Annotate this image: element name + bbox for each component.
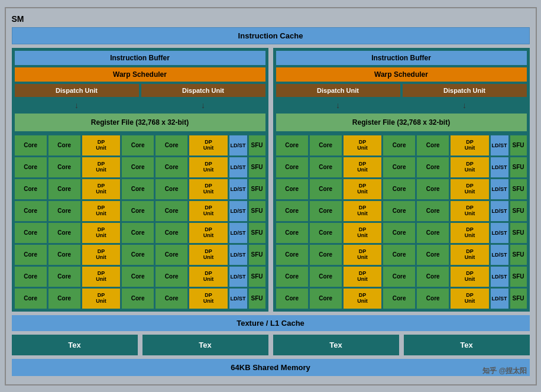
core-cell: Core bbox=[48, 201, 80, 221]
core-cell: Core bbox=[417, 157, 449, 177]
core-cell: Core bbox=[156, 201, 187, 221]
right-half: Instruction Buffer Warp Scheduler Dispat… bbox=[273, 48, 530, 312]
core-cell: Core bbox=[276, 289, 308, 309]
core-cell: Core bbox=[15, 223, 47, 243]
core-cell: Core bbox=[15, 157, 47, 177]
tex-cell-1: Tex bbox=[12, 335, 138, 355]
core-cell: Core bbox=[48, 245, 80, 265]
left-cores-grid: CoreCoreDPUnitCoreCoreDPUnitLD/STSFUCore… bbox=[15, 135, 265, 309]
sfu-cell: SFU bbox=[510, 135, 527, 155]
left-instruction-buffer: Instruction Buffer bbox=[15, 51, 265, 65]
core-cell: Core bbox=[156, 157, 187, 177]
ldst-cell: LD/ST bbox=[491, 267, 508, 287]
cores-row: CoreCoreDPUnitCoreCoreDPUnitLD/STSFU bbox=[15, 157, 265, 177]
sfu-cell: SFU bbox=[249, 245, 265, 265]
ldst-cell: LD/ST bbox=[229, 245, 247, 265]
sfu-cell: SFU bbox=[510, 201, 527, 221]
core-cell: Core bbox=[383, 179, 415, 199]
core-cell: Core bbox=[310, 267, 342, 287]
two-halves: Instruction Buffer Warp Scheduler Dispat… bbox=[12, 48, 530, 312]
core-cell: Core bbox=[383, 267, 415, 287]
dp-cell: DPUnit bbox=[82, 179, 120, 199]
core-cell: Core bbox=[383, 289, 415, 309]
core-cell: Core bbox=[310, 179, 342, 199]
core-cell: Core bbox=[276, 201, 308, 221]
cores-row: CoreCoreDPUnitCoreCoreDPUnitLD/STSFU bbox=[15, 179, 265, 199]
ldst-cell: LD/ST bbox=[491, 135, 508, 155]
left-dispatch-unit-2: Dispatch Unit bbox=[141, 84, 265, 97]
core-cell: Core bbox=[156, 135, 187, 155]
core-cell: Core bbox=[15, 179, 47, 199]
right-arrows: ↓↓ bbox=[276, 99, 527, 111]
dp-cell: DPUnit bbox=[82, 245, 120, 265]
left-half: Instruction Buffer Warp Scheduler Dispat… bbox=[12, 48, 268, 312]
dp-cell: DPUnit bbox=[82, 289, 120, 309]
right-cores-grid: CoreCoreDPUnitCoreCoreDPUnitLD/STSFUCore… bbox=[276, 135, 527, 309]
core-cell: Core bbox=[310, 135, 342, 155]
cores-row: CoreCoreDPUnitCoreCoreDPUnitLD/STSFU bbox=[15, 135, 265, 155]
sfu-cell: SFU bbox=[510, 157, 527, 177]
dp-cell: DPUnit bbox=[82, 135, 120, 155]
core-cell: Core bbox=[122, 201, 154, 221]
core-cell: Core bbox=[48, 135, 80, 155]
core-cell: Core bbox=[383, 245, 415, 265]
cores-row: CoreCoreDPUnitCoreCoreDPUnitLD/STSFU bbox=[15, 289, 265, 309]
core-cell: Core bbox=[15, 135, 47, 155]
ldst-cell: LD/ST bbox=[229, 157, 247, 177]
dp-cell: DPUnit bbox=[344, 135, 381, 155]
ldst-cell: LD/ST bbox=[229, 201, 247, 221]
core-cell: Core bbox=[122, 135, 154, 155]
ldst-cell: LD/ST bbox=[229, 179, 247, 199]
core-cell: Core bbox=[417, 223, 449, 243]
dp-cell: DPUnit bbox=[344, 223, 381, 243]
sm-label: SM bbox=[12, 14, 530, 24]
core-cell: Core bbox=[156, 223, 187, 243]
cores-row: CoreCoreDPUnitCoreCoreDPUnitLD/STSFU bbox=[15, 201, 265, 221]
core-cell: Core bbox=[15, 245, 47, 265]
sfu-cell: SFU bbox=[249, 135, 265, 155]
cores-row: CoreCoreDPUnitCoreCoreDPUnitLD/STSFU bbox=[276, 223, 527, 243]
cores-row: CoreCoreDPUnitCoreCoreDPUnitLD/STSFU bbox=[276, 179, 527, 199]
right-dispatch-row: Dispatch Unit Dispatch Unit bbox=[276, 84, 527, 97]
left-dispatch-unit-1: Dispatch Unit bbox=[15, 84, 139, 97]
sfu-cell: SFU bbox=[249, 289, 265, 309]
core-cell: Core bbox=[276, 245, 308, 265]
dp-cell: DPUnit bbox=[82, 201, 120, 221]
dp-cell: DPUnit bbox=[189, 179, 227, 199]
tex-row: Tex Tex Tex Tex bbox=[12, 335, 530, 355]
right-register-file: Register File (32,768 x 32-bit) bbox=[276, 114, 527, 131]
core-cell: Core bbox=[310, 289, 342, 309]
watermark: 知乎 @捏太阳 bbox=[482, 366, 527, 376]
core-cell: Core bbox=[383, 157, 415, 177]
ldst-cell: LD/ST bbox=[229, 135, 247, 155]
dp-cell: DPUnit bbox=[451, 179, 488, 199]
core-cell: Core bbox=[122, 179, 154, 199]
left-register-file: Register File (32,768 x 32-bit) bbox=[15, 114, 265, 131]
instruction-cache: Instruction Cache bbox=[12, 27, 530, 44]
dp-cell: DPUnit bbox=[82, 157, 120, 177]
core-cell: Core bbox=[48, 179, 80, 199]
sfu-cell: SFU bbox=[510, 267, 527, 287]
tex-cell-3: Tex bbox=[273, 335, 399, 355]
ldst-cell: LD/ST bbox=[229, 267, 247, 287]
core-cell: Core bbox=[417, 135, 449, 155]
core-cell: Core bbox=[122, 289, 154, 309]
core-cell: Core bbox=[15, 201, 47, 221]
cores-row: CoreCoreDPUnitCoreCoreDPUnitLD/STSFU bbox=[276, 201, 527, 221]
sfu-cell: SFU bbox=[249, 201, 265, 221]
dp-cell: DPUnit bbox=[344, 157, 381, 177]
dp-cell: DPUnit bbox=[82, 223, 120, 243]
core-cell: Core bbox=[48, 157, 80, 177]
core-cell: Core bbox=[310, 245, 342, 265]
cores-row: CoreCoreDPUnitCoreCoreDPUnitLD/STSFU bbox=[276, 267, 527, 287]
dp-cell: DPUnit bbox=[189, 201, 227, 221]
core-cell: Core bbox=[310, 223, 342, 243]
core-cell: Core bbox=[310, 157, 342, 177]
dp-cell: DPUnit bbox=[451, 223, 488, 243]
core-cell: Core bbox=[276, 223, 308, 243]
core-cell: Core bbox=[417, 245, 449, 265]
texture-l1: Texture / L1 Cache bbox=[12, 315, 530, 331]
sfu-cell: SFU bbox=[510, 223, 527, 243]
dp-cell: DPUnit bbox=[189, 223, 227, 243]
right-warp-scheduler: Warp Scheduler bbox=[276, 67, 527, 82]
